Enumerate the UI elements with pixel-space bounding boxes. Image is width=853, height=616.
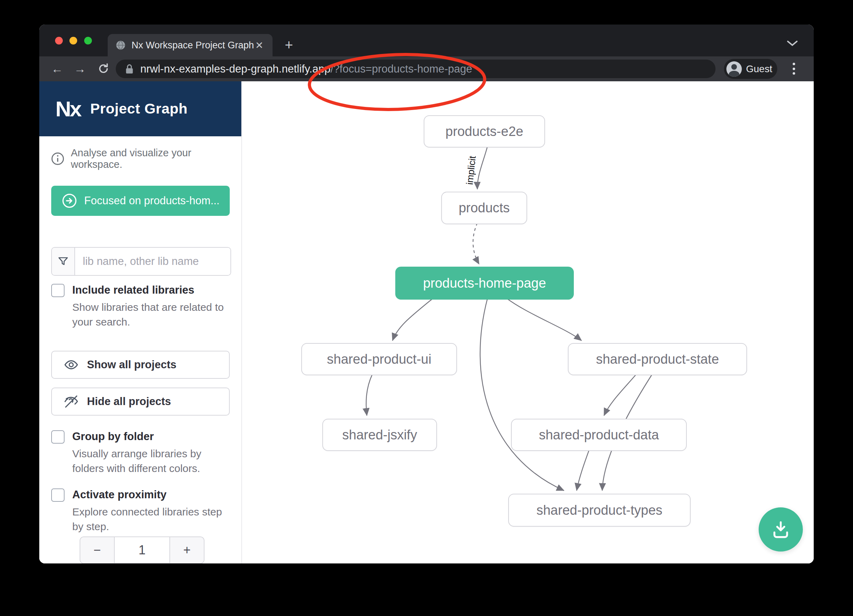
url-host: nrwl-nx-examples-dep-graph.netlify.app (140, 63, 330, 75)
sidebar-header: Nx Project Graph (39, 81, 241, 136)
edge-state-data (604, 374, 637, 416)
browser-menu-button[interactable] (792, 61, 795, 77)
profile-label: Guest (746, 64, 773, 75)
edge-data-types (577, 450, 589, 490)
stepper-value: 1 (115, 537, 169, 563)
include-related-row: Include related libraries Show libraries… (51, 284, 226, 330)
close-window-button[interactable] (55, 37, 63, 44)
show-all-projects-button[interactable]: Show all projects (51, 351, 230, 379)
url-text: nrwl-nx-examples-dep-graph.netlify.app/?… (140, 63, 472, 75)
node-shared-product-ui[interactable]: shared-product-ui (301, 343, 457, 375)
graph-canvas[interactable]: implicit products-e2e products products-… (242, 81, 814, 563)
include-related-label: Include related libraries (72, 284, 226, 297)
download-icon (771, 519, 791, 540)
address-bar[interactable]: nrwl-nx-examples-dep-graph.netlify.app/?… (116, 59, 715, 78)
hide-all-projects-button[interactable]: Hide all projects (51, 387, 230, 416)
nx-logo: Nx (55, 96, 80, 121)
edge-homepage-types (480, 298, 564, 490)
stepper-decrement-button[interactable]: − (80, 537, 115, 563)
info-icon (51, 152, 65, 166)
node-shared-product-types[interactable]: shared-product-types (508, 494, 691, 527)
reload-icon (97, 62, 110, 75)
stepper-increment-button[interactable]: + (169, 537, 204, 563)
activate-proximity-row: Activate proximity Explore connected lib… (51, 489, 226, 534)
edge-ui-jsxify (366, 374, 372, 416)
minimize-window-button[interactable] (70, 37, 77, 44)
node-shared-product-data[interactable]: shared-product-data (511, 419, 687, 451)
back-button[interactable]: ← (50, 61, 65, 76)
zoom-window-button[interactable] (84, 37, 92, 44)
forward-button[interactable]: → (73, 61, 87, 76)
show-all-projects-label: Show all projects (87, 359, 176, 371)
activate-proximity-checkbox[interactable] (51, 489, 65, 502)
new-tab-button[interactable]: + (285, 39, 293, 51)
sidebar: Nx Project Graph Analyse and visualize y… (39, 81, 242, 563)
lock-icon (125, 64, 134, 74)
node-shared-jsxify[interactable]: shared-jsxify (322, 419, 437, 451)
chevron-down-icon[interactable] (786, 40, 798, 47)
funnel-icon (57, 255, 70, 268)
reload-button[interactable] (96, 61, 111, 76)
browser-window: Nx Workspace Project Graph ✕ + ← → nrwl-… (39, 24, 814, 563)
filter-input[interactable] (75, 248, 231, 275)
tagline-text: Analyse and visualize your workspace. (71, 147, 241, 170)
edge-homepage-state (507, 298, 581, 341)
browser-toolbar: ← → nrwl-nx-examples-dep-graph.netlify.a… (39, 56, 814, 81)
node-products-home-page[interactable]: products-home-page (395, 266, 574, 300)
edge-e2e-products (477, 146, 487, 189)
download-image-button[interactable] (759, 507, 803, 551)
arrow-right-circle-icon (62, 193, 77, 209)
focused-on-button[interactable]: Focused on products-hom... (51, 186, 230, 216)
avatar (726, 61, 742, 77)
tab-bar: Nx Workspace Project Graph ✕ + (39, 24, 814, 56)
profile-button[interactable]: Guest (724, 59, 777, 79)
node-products[interactable]: products (441, 192, 527, 224)
group-by-folder-description: Visually arrange libraries by folders wi… (72, 446, 226, 476)
group-by-folder-label: Group by folder (72, 430, 226, 443)
filter-box (51, 247, 231, 276)
node-products-e2e[interactable]: products-e2e (424, 115, 545, 148)
activate-proximity-description: Explore connected libraries step by step… (72, 505, 226, 534)
activate-proximity-label: Activate proximity (72, 489, 226, 501)
hide-all-projects-label: Hide all projects (87, 395, 171, 408)
eye-off-icon (64, 394, 79, 409)
group-by-folder-row: Group by folder Visually arrange librari… (51, 430, 226, 476)
tab-title: Nx Workspace Project Graph (132, 40, 255, 51)
graph-edges: implicit (242, 81, 814, 563)
url-path: /?focus=products-home-page (330, 63, 472, 75)
eye-icon (64, 357, 79, 372)
focused-on-label: Focused on products-hom... (84, 194, 220, 207)
edge-label-implicit: implicit (464, 155, 478, 185)
proximity-stepper: − 1 + (80, 536, 205, 563)
include-related-checkbox[interactable] (51, 284, 65, 297)
page-title: Project Graph (90, 101, 188, 117)
tab-close-icon[interactable]: ✕ (255, 39, 263, 51)
edge-homepage-ui (393, 298, 433, 341)
include-related-description: Show libraries that are related to your … (72, 300, 226, 330)
tagline: Analyse and visualize your workspace. (51, 147, 241, 170)
edge-products-homepage (473, 223, 479, 264)
group-by-folder-checkbox[interactable] (51, 430, 65, 443)
browser-tab[interactable]: Nx Workspace Project Graph ✕ (108, 34, 273, 56)
filter-icon-box (52, 248, 75, 275)
node-shared-product-state[interactable]: shared-product-state (568, 343, 747, 375)
globe-icon (115, 40, 126, 50)
